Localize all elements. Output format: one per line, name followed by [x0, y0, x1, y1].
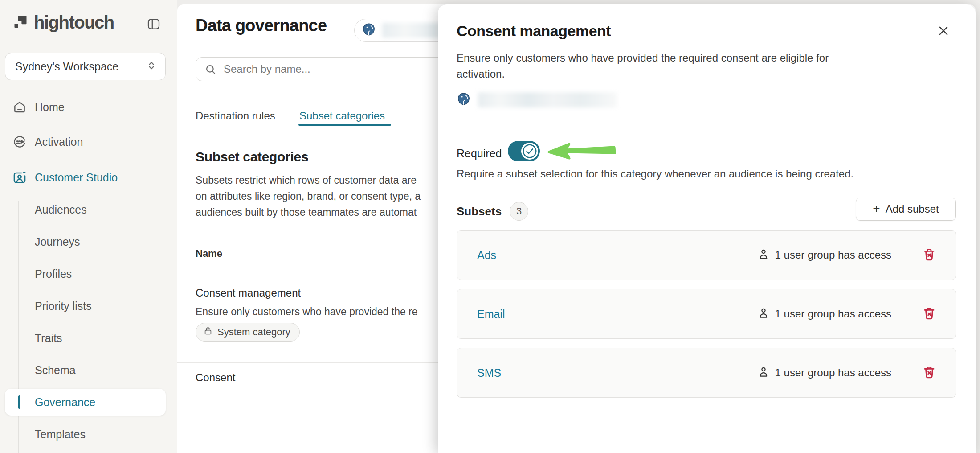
subset-access-group: 1 user group has access: [757, 241, 940, 269]
delete-subset-button[interactable]: [919, 362, 940, 383]
panel-source-row: [457, 92, 617, 108]
sidebar-item-schema[interactable]: Schema: [0, 360, 177, 380]
sidebar-item-label: Priority lists: [35, 300, 92, 313]
close-icon: [937, 24, 950, 39]
sidebar-item-journeys[interactable]: Journeys: [0, 232, 177, 251]
user-icon: [757, 366, 770, 380]
trash-icon: [922, 306, 936, 322]
home-icon: [12, 99, 28, 115]
workspace-selector[interactable]: Sydney's Workspace: [5, 53, 166, 80]
section-description-line: Subsets restrict which rows of customer …: [196, 172, 421, 188]
sidebar-item-templates[interactable]: Templates: [0, 424, 177, 444]
panel-collapse-icon: [147, 17, 161, 33]
app-root: hightouch Sydney's Workspace Home Activa…: [0, 0, 980, 453]
subset-row-email: Email 1 user group has access: [457, 289, 956, 339]
sidebar-item-label: Schema: [35, 364, 76, 377]
unfold-chevrons-icon: [146, 60, 157, 73]
sidebar-item-label: Journeys: [35, 235, 80, 248]
sidebar-item-label: Customer Studio: [35, 171, 118, 184]
table-row-consent[interactable]: Consent: [196, 371, 235, 384]
search-icon: [204, 63, 216, 77]
lock-icon: [203, 326, 213, 338]
section-description-line: audiences built by those teammates are a…: [196, 204, 421, 220]
postgres-icon: [457, 92, 471, 108]
trash-icon: [922, 247, 936, 263]
delete-subset-button[interactable]: [919, 303, 940, 325]
add-subset-label: Add subset: [886, 203, 939, 215]
subsets-header: Subsets 3: [457, 202, 528, 221]
sidebar: hightouch Sydney's Workspace Home Activa…: [0, 0, 177, 453]
subset-row-ads: Ads 1 user group has access: [457, 230, 956, 280]
panel-title: Consent management: [457, 22, 611, 40]
postgres-icon: [362, 22, 376, 38]
panel-description: Ensure only customers who have provided …: [457, 50, 849, 82]
subset-name-link[interactable]: SMS: [477, 367, 501, 379]
user-icon: [757, 248, 770, 262]
green-arrow-annotation: [546, 142, 617, 164]
access-text: 1 user group has access: [775, 308, 891, 320]
sidebar-item-label: Profiles: [35, 268, 72, 280]
sidebar-collapse-button[interactable]: [143, 14, 164, 35]
workspace-name: Sydney's Workspace: [15, 60, 146, 73]
user-icon: [757, 307, 770, 321]
hightouch-logo-icon: [12, 14, 29, 32]
sidebar-item-label: Governance: [35, 396, 95, 409]
trash-icon: [922, 365, 936, 381]
tab-subset-categories[interactable]: Subset categories: [299, 110, 385, 122]
logo-wordmark: hightouch: [34, 12, 114, 33]
table-row-consent-management[interactable]: Consent management: [196, 287, 301, 299]
required-help-text: Require a subset selection for this cate…: [457, 168, 853, 180]
sidebar-item-profiles[interactable]: Profiles: [0, 264, 177, 284]
tab-destination-rules[interactable]: Destination rules: [196, 110, 275, 122]
sidebar-item-traits[interactable]: Traits: [0, 328, 177, 348]
access-text: 1 user group has access: [775, 249, 891, 261]
subset-name-link[interactable]: Email: [477, 308, 505, 321]
delete-subset-button[interactable]: [919, 244, 940, 266]
customer-studio-icon: [12, 169, 28, 185]
required-toggle[interactable]: [508, 141, 540, 161]
sidebar-item-label: Home: [35, 101, 65, 114]
hightouch-logo: hightouch: [12, 12, 114, 33]
sidebar-item-audiences[interactable]: Audiences: [0, 200, 177, 219]
activation-icon: [12, 134, 28, 150]
section-description: Subsets restrict which rows of customer …: [196, 172, 421, 220]
sidebar-item-customer-studio[interactable]: Customer Studio: [0, 168, 177, 187]
sidebar-item-label: Traits: [35, 332, 62, 345]
sidebar-item-home[interactable]: Home: [0, 97, 177, 117]
panel-close-button[interactable]: [934, 21, 953, 41]
redacted-source-name: [478, 92, 617, 107]
access-text: 1 user group has access: [775, 367, 891, 379]
card-divider: [906, 241, 907, 269]
subset-row-sms: SMS 1 user group has access: [457, 348, 956, 398]
toggle-knob-check-icon: [521, 143, 538, 160]
required-label: Required: [457, 147, 502, 160]
subsets-count-badge: 3: [510, 202, 528, 221]
subsets-label: Subsets: [457, 205, 502, 218]
sidebar-item-priority-lists[interactable]: Priority lists: [0, 296, 177, 316]
sidebar-item-label: Activation: [35, 136, 83, 148]
add-subset-button[interactable]: + Add subset: [856, 198, 956, 221]
table-row-description: Ensure only customers who have provided …: [196, 306, 418, 318]
consent-management-panel: Consent management Ensure only customers…: [438, 4, 976, 453]
card-divider: [906, 358, 907, 387]
table-name-header: Name: [196, 248, 222, 259]
sidebar-item-governance[interactable]: Governance: [5, 389, 166, 416]
sidebar-item-label: Audiences: [35, 203, 87, 216]
plus-icon: +: [873, 202, 880, 215]
subset-access-group: 1 user group has access: [757, 358, 940, 387]
subset-name-link[interactable]: Ads: [477, 249, 496, 262]
panel-divider: [438, 121, 976, 121]
system-category-badge: System category: [196, 323, 300, 342]
section-description-line: on attributes like region, brand, or con…: [196, 188, 421, 204]
system-category-label: System category: [217, 326, 290, 338]
sidebar-item-activation[interactable]: Activation: [0, 132, 177, 152]
sidebar-item-label: Templates: [35, 428, 86, 441]
card-divider: [906, 300, 907, 328]
active-indicator-bar: [18, 395, 20, 409]
subset-access-group: 1 user group has access: [757, 300, 940, 328]
section-heading: Subset categories: [196, 149, 308, 165]
page-title: Data governance: [196, 16, 327, 35]
